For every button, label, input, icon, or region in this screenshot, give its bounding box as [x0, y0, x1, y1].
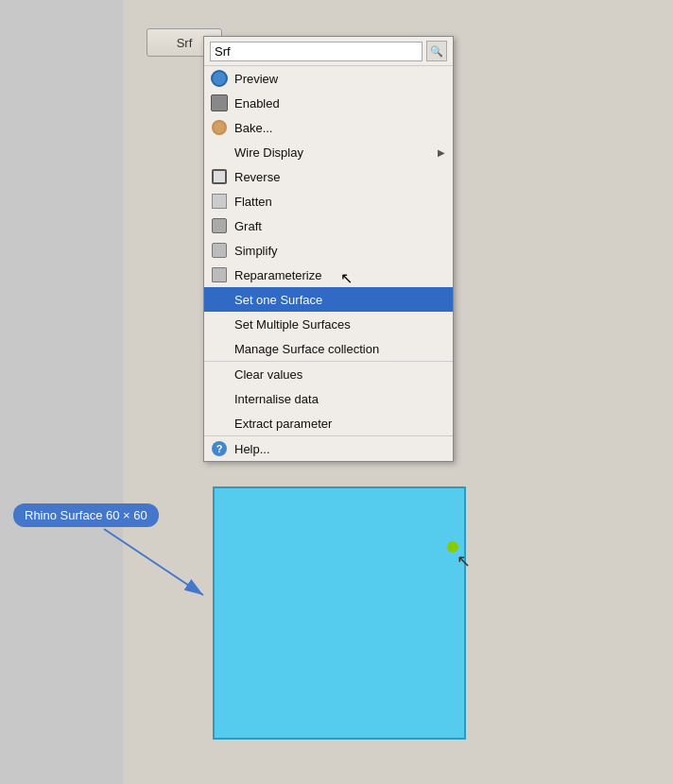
- menu-item-preview[interactable]: Preview: [204, 66, 453, 91]
- menu-item-flatten[interactable]: Flatten: [204, 189, 453, 213]
- menu-item-extract-parameter[interactable]: Extract parameter: [204, 411, 453, 435]
- clear-values-icon: [210, 365, 229, 383]
- enabled-icon: [210, 94, 229, 112]
- menu-item-enabled[interactable]: Enabled: [204, 91, 453, 115]
- menu-item-reverse[interactable]: Reverse: [204, 164, 453, 189]
- menu-item-help[interactable]: ? Help...: [204, 435, 453, 461]
- manage-collection-icon: [210, 339, 229, 358]
- help-icon: ?: [210, 439, 229, 458]
- menu-item-graft[interactable]: Graft: [204, 213, 453, 238]
- menu-label-flatten: Flatten: [234, 195, 445, 209]
- menu-label-set-one-surface: Set one Surface: [234, 293, 445, 307]
- search-input[interactable]: [210, 42, 423, 61]
- menu-label-internalise-data: Internalise data: [234, 392, 445, 406]
- menu-item-set-multiple-surfaces[interactable]: Set Multiple Surfaces: [204, 312, 453, 336]
- menu-label-clear-values: Clear values: [234, 367, 445, 382]
- menu-label-extract-parameter: Extract parameter: [234, 417, 445, 431]
- tooltip-label: Rhino Surface 60 × 60: [13, 503, 159, 527]
- menu-label-simplify: Simplify: [234, 244, 445, 258]
- cursor-on-menu: ↖: [340, 269, 353, 287]
- menu-search-bar: 🔍: [204, 37, 453, 66]
- bake-icon: [210, 118, 229, 137]
- svg-line-1: [104, 529, 203, 595]
- menu-label-manage-collection: Manage Surface collection: [234, 342, 445, 356]
- search-button[interactable]: 🔍: [426, 41, 447, 61]
- menu-item-simplify[interactable]: Simplify: [204, 238, 453, 263]
- menu-item-wire-display[interactable]: Wire Display ▶: [204, 140, 453, 164]
- search-icon: 🔍: [430, 45, 443, 58]
- menu-label-preview: Preview: [234, 72, 445, 86]
- menu-label-enabled: Enabled: [234, 96, 445, 111]
- internalise-icon: [210, 389, 229, 408]
- context-menu: 🔍 Preview Enabled Bake... Wire Display ▶…: [203, 36, 454, 462]
- set-one-surface-icon: [210, 290, 229, 309]
- menu-label-help: Help...: [234, 442, 445, 456]
- menu-label-graft: Graft: [234, 219, 445, 233]
- menu-label-wire-display: Wire Display: [234, 145, 438, 160]
- menu-item-clear-values[interactable]: Clear values: [204, 361, 453, 386]
- menu-item-manage-collection[interactable]: Manage Surface collection: [204, 336, 453, 361]
- simplify-icon: [210, 241, 229, 260]
- menu-label-reverse: Reverse: [234, 170, 445, 184]
- menu-label-set-multiple-surfaces: Set Multiple Surfaces: [234, 317, 445, 332]
- set-multiple-icon: [210, 315, 229, 333]
- component-label: Srf: [177, 36, 193, 50]
- menu-item-bake[interactable]: Bake...: [204, 115, 453, 140]
- reverse-icon: [210, 167, 229, 186]
- submenu-arrow: ▶: [438, 147, 445, 158]
- menu-item-internalise-data[interactable]: Internalise data: [204, 386, 453, 411]
- preview-icon: [210, 69, 229, 88]
- menu-label-bake: Bake...: [234, 121, 445, 135]
- menu-item-set-one-surface[interactable]: Set one Surface: [204, 287, 453, 312]
- menu-item-reparameterize[interactable]: Reparameterize: [204, 263, 453, 287]
- extract-icon: [210, 414, 229, 433]
- tooltip-arrow: [95, 524, 312, 628]
- flatten-icon: [210, 192, 229, 211]
- wire-display-icon: [210, 143, 229, 162]
- surface-cursor: ↖: [457, 551, 471, 571]
- graft-icon: [210, 216, 229, 235]
- reparam-icon: [210, 265, 229, 284]
